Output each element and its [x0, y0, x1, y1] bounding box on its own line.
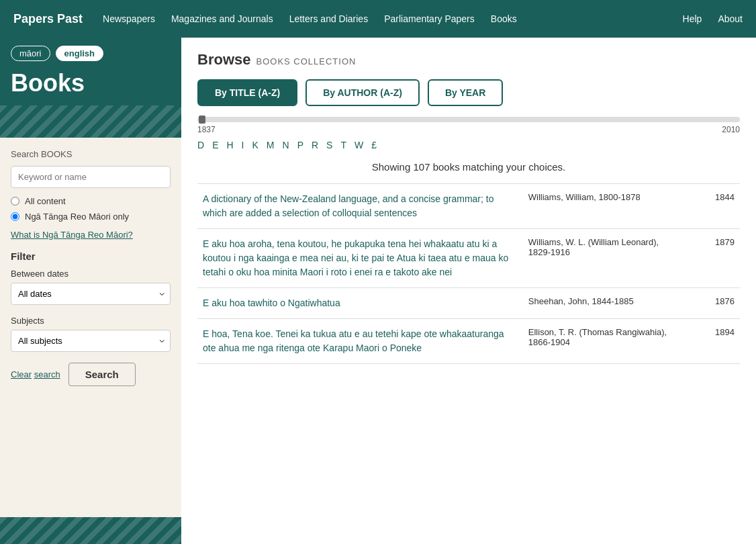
alpha-link-D[interactable]: D — [197, 140, 204, 150]
book-year: 1879 — [675, 229, 740, 288]
book-title-link[interactable]: E hoa, Tena koe. Tenei ka tukua atu e au… — [203, 328, 504, 353]
alpha-link-N[interactable]: N — [283, 140, 289, 150]
lang-toggle: māori english — [0, 38, 181, 66]
alpha-nav: DEHIKMNPRSTW£ — [197, 140, 740, 150]
browse-tabs: By TITLE (A-Z) By AUTHOR (A-Z) By YEAR — [197, 79, 740, 106]
main-content: Browse BOOKS COLLECTION By TITLE (A-Z) B… — [181, 38, 756, 544]
radio-all-content-label: All content — [25, 196, 66, 206]
subjects-select[interactable]: All subjects — [11, 330, 171, 352]
book-author: Sheehan, John, 1844-1885 — [523, 288, 675, 319]
filter-title: Filter — [11, 251, 171, 262]
decorative-pattern-bottom — [0, 517, 181, 544]
book-author: Ellison, T. R. (Thomas Rangiwahia), 1866… — [523, 319, 675, 364]
nav-books[interactable]: Books — [491, 13, 517, 24]
table-row: E aku hoa tawhito o NgatiwhatuaSheehan, … — [197, 288, 740, 319]
timeline-labels: 1837 2010 — [197, 125, 740, 134]
keyword-search-input[interactable] — [11, 166, 171, 188]
radio-maori-only[interactable]: Ngā Tānga Reo Māori only — [11, 212, 171, 222]
site-logo[interactable]: Papers Past — [13, 12, 83, 26]
timeline-handle[interactable] — [199, 116, 205, 124]
navbar: Papers Past Newspapers Magazines and Jou… — [0, 0, 756, 38]
nav-magazines[interactable]: Magazines and Journals — [171, 13, 273, 24]
tab-title-az[interactable]: By TITLE (A-Z) — [197, 79, 297, 106]
search-sublabel: BOOKS — [41, 149, 72, 159]
lang-maori-button[interactable]: māori — [11, 46, 50, 61]
radio-all-content-input[interactable] — [11, 197, 19, 206]
books-table: A dictionary of the New-Zealand language… — [197, 183, 740, 364]
decorative-pattern-top — [0, 105, 181, 138]
alpha-link-I[interactable]: I — [242, 140, 244, 150]
timeline-start: 1837 — [197, 125, 216, 134]
nav-parliamentary[interactable]: Parliamentary Papers — [384, 13, 475, 24]
search-button[interactable]: Search — [68, 363, 136, 386]
content-filter-radios: All content Ngā Tānga Reo Māori only — [11, 196, 171, 222]
alpha-link-K[interactable]: K — [252, 140, 258, 150]
page-title: Books — [0, 66, 181, 105]
nav-help[interactable]: Help — [683, 13, 702, 24]
search-text-small: search — [34, 369, 60, 379]
dates-select[interactable]: All dates — [11, 283, 171, 305]
nav-newspapers[interactable]: Newspapers — [103, 13, 155, 24]
book-year: 1894 — [675, 319, 740, 364]
nav-links: Newspapers Magazines and Journals Letter… — [103, 13, 683, 24]
book-author: Williams, William, 1800-1878 — [523, 184, 675, 229]
subjects-select-wrapper: All subjects — [11, 330, 171, 352]
nav-letters[interactable]: Letters and Diaries — [289, 13, 369, 24]
book-year: 1844 — [675, 184, 740, 229]
tab-year[interactable]: By YEAR — [428, 79, 503, 106]
alpha-link-T[interactable]: T — [340, 140, 346, 150]
timeline-bar[interactable] — [197, 117, 740, 122]
sidebar: māori english Books Search BOOKS All con… — [0, 38, 181, 544]
maori-info-link[interactable]: What is Ngā Tānga Reo Māori? — [11, 230, 171, 240]
browse-header: Browse BOOKS COLLECTION — [197, 51, 740, 69]
nav-about[interactable]: About — [718, 13, 743, 24]
alpha-link-M[interactable]: M — [267, 140, 275, 150]
clear-search-link[interactable]: Clear search — [11, 369, 60, 379]
radio-maori-only-input[interactable] — [11, 212, 19, 221]
book-title-link[interactable]: A dictionary of the New-Zealand language… — [203, 193, 493, 218]
timeline[interactable]: 1837 2010 — [197, 117, 740, 134]
alpha-link-£[interactable]: £ — [371, 140, 377, 150]
book-title-link[interactable]: E aku hoa tawhito o Ngatiwhatua — [203, 298, 340, 308]
alpha-link-W[interactable]: W — [355, 140, 363, 150]
table-row: A dictionary of the New-Zealand language… — [197, 184, 740, 229]
search-section: Search BOOKS All content Ngā Tānga Reo M… — [0, 138, 181, 517]
alpha-link-E[interactable]: E — [212, 140, 218, 150]
page-layout: māori english Books Search BOOKS All con… — [0, 38, 756, 544]
alpha-link-R[interactable]: R — [312, 140, 318, 150]
browse-subtitle: BOOKS COLLECTION — [256, 56, 356, 66]
search-buttons: Clear search Search — [11, 363, 171, 386]
dates-select-wrapper: All dates — [11, 283, 171, 305]
subjects-label: Subjects — [11, 316, 171, 326]
book-year: 1876 — [675, 288, 740, 319]
tab-author-az[interactable]: By AUTHOR (A-Z) — [305, 79, 420, 106]
browse-title: Browse — [197, 51, 250, 69]
radio-all-content[interactable]: All content — [11, 196, 171, 206]
clear-label: Clear — [11, 369, 32, 379]
results-count: Showing 107 books matching your choices. — [197, 161, 740, 173]
book-title-link[interactable]: E aku hoa aroha, tena koutou, he pukapuk… — [203, 238, 508, 277]
book-author: Williams, W. L. (William Leonard), 1829-… — [523, 229, 675, 288]
search-title: Search BOOKS — [11, 148, 171, 159]
table-row: E hoa, Tena koe. Tenei ka tukua atu e au… — [197, 319, 740, 364]
lang-english-button[interactable]: english — [56, 46, 104, 61]
radio-maori-only-label: Ngā Tānga Reo Māori only — [25, 212, 129, 222]
between-dates-label: Between dates — [11, 269, 171, 279]
timeline-end: 2010 — [722, 125, 740, 134]
alpha-link-P[interactable]: P — [297, 140, 303, 150]
nav-right: Help About — [683, 13, 743, 24]
alpha-link-S[interactable]: S — [326, 140, 332, 150]
table-row: E aku hoa aroha, tena koutou, he pukapuk… — [197, 229, 740, 288]
alpha-link-H[interactable]: H — [226, 140, 233, 150]
